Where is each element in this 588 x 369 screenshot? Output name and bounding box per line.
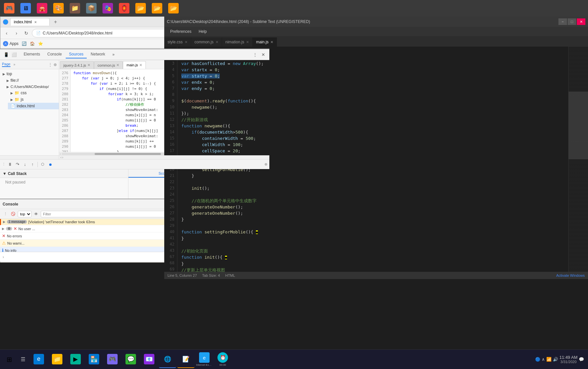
bookmark-3[interactable]: 🏠 <box>30 41 35 46</box>
tab-close-button[interactable]: ✕ <box>33 20 38 24</box>
sublime-tab-main-active[interactable]: main.js ✕ <box>253 37 277 47</box>
desktop-icon-5[interactable]: 📁 <box>67 1 82 16</box>
desktop-icon-11[interactable]: 📂 <box>166 1 181 16</box>
console-context-select[interactable]: top <box>18 211 32 217</box>
sublime-help-menu[interactable]: Help <box>195 28 210 35</box>
back-button[interactable]: ‹ <box>2 29 11 37</box>
desktop-icon-10[interactable]: 📂 <box>149 1 164 16</box>
sync-icon[interactable]: ⊕ <box>54 62 57 67</box>
tray-icon2[interactable]: ∧ <box>542 357 545 362</box>
breakpoints-toggle[interactable]: ⊕ <box>264 162 267 166</box>
taskbar-explorer[interactable]: 📁 <box>49 351 66 368</box>
notifications-icon[interactable]: 💬 <box>579 357 584 362</box>
desktop-icon-3[interactable]: 🎪 <box>34 1 49 16</box>
sublime-tab-animation-close[interactable]: ✕ <box>246 40 249 44</box>
hscroll-left-arrow[interactable]: ‹ <box>59 152 61 156</box>
taskbar-app5[interactable]: 🎮 <box>104 351 121 368</box>
page-tab[interactable]: Page <box>2 62 11 67</box>
tree-top-label: top <box>7 72 12 76</box>
inspect-icon[interactable]: ⬜ <box>11 51 18 58</box>
pause-resume-button[interactable]: ⏸ <box>7 161 13 168</box>
sublime-tab-common-close[interactable]: ✕ <box>215 40 218 44</box>
file-tree-more-icon[interactable]: » <box>12 62 17 67</box>
violation-expand-icon[interactable]: ▶ <box>3 220 6 224</box>
record-button[interactable]: ⏺ <box>47 161 54 168</box>
taskbar-app6[interactable]: 💬 <box>122 351 139 368</box>
console-eye-icon[interactable]: 👁 <box>33 211 39 217</box>
reload-button[interactable]: ↻ <box>22 29 31 37</box>
code-tab-jquery-close[interactable]: ✕ <box>87 63 90 67</box>
sublime-minimize-button[interactable]: − <box>558 18 567 25</box>
tree-js-folder[interactable]: ▶ 📁 js <box>8 96 59 103</box>
console-clear-icon[interactable]: 🚫 <box>10 211 16 217</box>
code-tab-common-close[interactable]: ✕ <box>116 63 119 67</box>
activate-windows-text[interactable]: Activate Windows <box>556 273 585 277</box>
tab-sources[interactable]: Sources <box>66 51 87 58</box>
sublime-tab-style[interactable]: style.css ✕ <box>164 37 191 47</box>
nav-arrow-left[interactable]: ‹ <box>60 156 61 159</box>
devtools-settings-icon[interactable]: ⋮ <box>251 51 259 58</box>
statusbar-tab-size[interactable]: Tab Size: 4 <box>202 273 220 277</box>
console-menu-icon[interactable]: ⋮ <box>2 211 9 217</box>
taskbar-chrome[interactable]: 🌐 <box>159 351 176 368</box>
apps-bookmark[interactable]: A Apps <box>3 41 18 46</box>
tree-css-folder[interactable]: ▶ 📁 css <box>8 90 59 96</box>
code-tab-main-close[interactable]: ✕ <box>139 63 142 67</box>
statusbar-syntax[interactable]: HTML <box>225 273 235 277</box>
sublime-tab-style-close[interactable]: ✕ <box>185 40 188 44</box>
devtools-more-button[interactable]: » <box>109 51 118 58</box>
taskbar-sublime[interactable]: 📝 <box>177 351 194 368</box>
file-tree-options-icon[interactable]: ⋮ <box>48 62 52 67</box>
desktop-icon-2[interactable]: 🖥 <box>18 1 33 16</box>
bookmark-4[interactable]: ⭐ <box>38 41 43 46</box>
step-into-button[interactable]: ↓ <box>22 161 28 168</box>
taskbar-timer[interactable]: ⏰ 00:30 <box>214 351 231 368</box>
step-over-button[interactable]: ↷ <box>14 161 21 168</box>
tray-volume-icon[interactable]: 🔊 <box>553 357 558 362</box>
desktop-icon-9[interactable]: 📂 <box>133 1 148 16</box>
bookmark-2[interactable]: 🔄 <box>22 41 27 46</box>
taskbar-media[interactable]: ▶ <box>67 351 84 368</box>
tree-file[interactable]: ▶ file:// <box>4 77 59 84</box>
taskbar-store[interactable]: 🏪 <box>85 351 102 368</box>
tree-index-file[interactable]: 📄 index.html <box>8 103 59 109</box>
sublime-maximize-button[interactable]: □ <box>568 18 576 25</box>
desktop-icon-7[interactable]: 🎭 <box>100 1 115 16</box>
desktop-icon-8[interactable]: 🏮 <box>117 1 131 16</box>
user-expand-icon[interactable]: ▶ <box>2 227 5 230</box>
tab-console[interactable]: Console <box>44 51 65 58</box>
sublime-close-button[interactable]: ✕ <box>577 18 585 25</box>
sublime-tab-common[interactable]: common.js ✕ <box>191 37 222 47</box>
device-toggle-icon[interactable]: 📱 <box>3 51 10 58</box>
tree-top[interactable]: ▶ top <box>0 71 59 77</box>
browser-tab[interactable]: index.html ✕ <box>10 18 50 26</box>
tray-icon1[interactable]: 🔵 <box>535 357 540 362</box>
nav-arrow-right[interactable]: › <box>62 156 63 159</box>
deactivate-breakpoints-button[interactable]: ⬡ <box>39 161 46 168</box>
statusbar-line-col[interactable]: Line 5, Column 27 <box>168 273 197 277</box>
tab-network[interactable]: Network <box>87 51 108 58</box>
code-tab-common[interactable]: common.js ✕ <box>94 61 123 69</box>
tab-elements[interactable]: Elements <box>20 51 43 58</box>
code-tab-jquery[interactable]: jquery-3.4.1.js ✕ <box>60 61 94 69</box>
taskbar-app7[interactable]: 📧 <box>141 351 158 368</box>
step-out-button[interactable]: ↑ <box>29 161 36 168</box>
task-view-button[interactable]: ☰ <box>17 354 29 365</box>
new-tab-button[interactable]: + <box>52 18 59 26</box>
sublime-tab-animation[interactable]: nimation.js ✕ <box>222 37 253 47</box>
start-button[interactable]: ⊞ <box>3 353 16 366</box>
desktop-icon-4[interactable]: 🎨 <box>51 1 66 16</box>
taskbar-ie[interactable]: e Internet Explorer <box>196 351 213 368</box>
code-tab-main[interactable]: main.js ✕ <box>123 61 146 69</box>
taskbar-clock[interactable]: 11:49 AM 3/31/2020 <box>559 355 577 364</box>
callstack-header[interactable]: ▼ Call Stack <box>0 169 128 178</box>
sublime-tab-main-close[interactable]: ✕ <box>270 40 273 44</box>
devtools-close-icon[interactable]: ✕ <box>260 51 267 58</box>
forward-button[interactable]: › <box>12 29 21 37</box>
sublime-preferences-menu[interactable]: Preferences <box>167 28 195 35</box>
tree-path[interactable]: ▶ C:/Users/MAC/Desktop/ <box>4 84 59 90</box>
desktop-icon-1[interactable]: 🎮 <box>2 1 16 16</box>
desktop-icon-6[interactable]: 📦 <box>84 1 99 16</box>
taskbar-edge[interactable]: e <box>30 351 47 368</box>
tray-network-icon[interactable]: 📶 <box>546 357 552 362</box>
